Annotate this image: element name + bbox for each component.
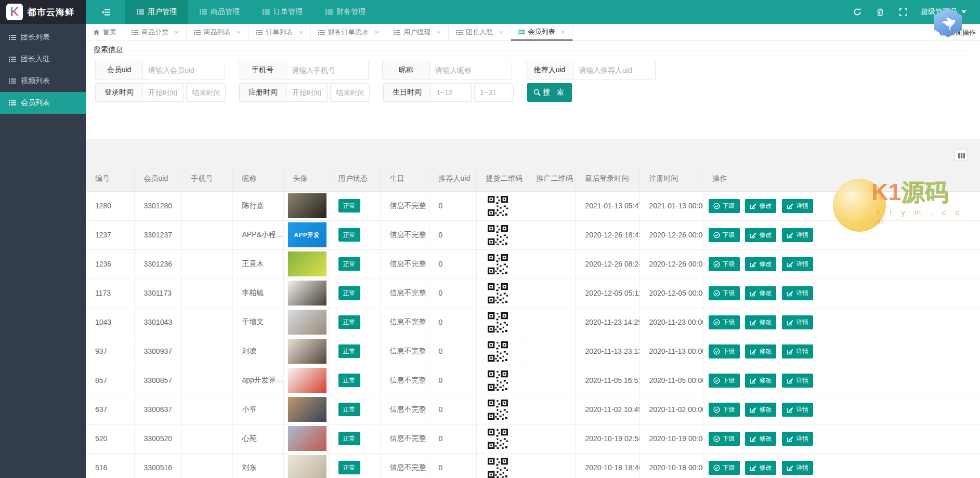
subordinate-button[interactable]: 下级 [709, 374, 740, 388]
cell-member-uid: 3300857 [134, 366, 181, 395]
range-start-input[interactable] [431, 83, 472, 102]
top-menu-item[interactable]: 用户管理 [125, 0, 188, 24]
tab-close-icon[interactable]: × [437, 29, 441, 36]
tab[interactable]: 财务订单流水 × [311, 24, 387, 41]
tab-close-icon[interactable]: × [237, 29, 241, 36]
fullscreen-icon [899, 8, 907, 16]
text-input[interactable] [573, 61, 656, 79]
tab-close-icon[interactable]: × [499, 29, 503, 36]
edit-button[interactable]: 修改 [745, 403, 776, 417]
tab[interactable]: 首页 [86, 24, 124, 41]
top-menu-item[interactable]: 财务管理 [314, 0, 377, 24]
edit-button[interactable]: 修改 [745, 315, 776, 329]
tab[interactable]: 团长入驻 × [449, 24, 511, 41]
range-start-input[interactable] [143, 83, 184, 102]
cell-referrer-uid: 0 [429, 424, 476, 453]
top-menu-item[interactable]: 订单管理 [251, 0, 314, 24]
detail-button[interactable]: 详情 [782, 315, 813, 329]
tab[interactable]: 商品列表 × [187, 24, 249, 41]
subordinate-button[interactable]: 下级 [709, 257, 740, 271]
edit-button[interactable]: 修改 [745, 374, 776, 388]
range-start-input[interactable] [287, 83, 328, 102]
detail-button[interactable]: 详情 [782, 257, 813, 271]
action-label: 下级 [723, 347, 735, 356]
detail-button[interactable]: 详情 [782, 461, 813, 475]
subordinate-button[interactable]: 下级 [709, 228, 740, 242]
refresh-button[interactable] [846, 0, 869, 24]
subordinate-button[interactable]: 下级 [709, 432, 740, 446]
tab[interactable]: 订单列表 × [249, 24, 311, 41]
detail-button[interactable]: 详情 [782, 432, 813, 446]
fullscreen-button[interactable] [892, 0, 914, 24]
sidebar-item[interactable]: 团长入驻 [0, 48, 86, 70]
tab-close-icon[interactable]: × [561, 28, 566, 36]
cell-register-time: 2020-12-26 00:00 [639, 249, 703, 278]
detail-button[interactable]: 详情 [782, 228, 813, 242]
edit-button[interactable]: 修改 [745, 344, 776, 358]
tab[interactable]: 用户提现 × [386, 24, 449, 41]
top-menu-label: 用户管理 [148, 7, 177, 17]
edit-button[interactable]: 修改 [745, 461, 776, 475]
table-row: 1237 3301237 APP&小程... APP开发 正常 信息不完整 0 [86, 220, 980, 249]
edit-button[interactable]: 修改 [745, 432, 776, 446]
subordinate-button[interactable]: 下级 [709, 286, 740, 300]
detail-button[interactable]: 详情 [782, 344, 813, 358]
top-menu-item[interactable]: 商品管理 [188, 0, 251, 24]
sidebar-item[interactable]: 会员列表 [0, 92, 86, 114]
cell-referrer-uid: 0 [429, 453, 476, 478]
sidebar: 团长列表 团长入驻 视频列表 会员列表 [0, 24, 86, 478]
edit-button[interactable]: 修改 [745, 228, 776, 242]
list-icon [394, 30, 400, 35]
range-end-input[interactable] [330, 83, 370, 102]
detail-button[interactable]: 详情 [782, 403, 813, 417]
cell-referrer-uid: 0 [429, 220, 476, 249]
toggle-columns-button[interactable] [955, 150, 968, 161]
table-row: 1280 3301280 陈行嘉 正常 信息不完整 0 [86, 191, 980, 220]
cell-register-time: 2020-11-02 00:00 [639, 395, 703, 424]
subordinate-button[interactable]: 下级 [709, 461, 740, 475]
column-header: 会员uid [134, 167, 181, 191]
text-input[interactable] [430, 61, 512, 79]
cell-phone [181, 424, 232, 453]
text-input[interactable] [286, 61, 369, 79]
edit-icon [787, 261, 793, 268]
edit-icon [750, 319, 756, 326]
subordinate-button[interactable]: 下级 [709, 315, 740, 329]
cell-member-uid: 3301237 [134, 220, 181, 249]
avatar-group-photo [288, 426, 326, 451]
sidebar-item[interactable]: 视频列表 [0, 70, 86, 92]
sidebar-item[interactable]: 团长列表 [0, 26, 86, 48]
cell-id: 857 [86, 366, 134, 395]
search-panel: 搜索信息 会员uid 手机号 昵称 推荐人uid 登录时间 注册时间 生日时间 … [86, 41, 980, 139]
edit-button[interactable]: 修改 [745, 257, 776, 271]
detail-button[interactable]: 详情 [782, 286, 813, 300]
cell-member-uid: 3300516 [134, 453, 181, 478]
tab-close-icon[interactable]: × [375, 29, 379, 36]
edit-button[interactable]: 修改 [745, 199, 776, 213]
sidebar-item-label: 团长入驻 [21, 55, 50, 64]
edit-button[interactable]: 修改 [745, 286, 776, 300]
tab[interactable]: 商品分类 × [124, 24, 187, 41]
detail-button[interactable]: 详情 [782, 199, 813, 213]
subordinate-button[interactable]: 下级 [709, 344, 740, 358]
clear-cache-button[interactable] [869, 0, 892, 24]
qr-code-image [486, 282, 509, 305]
action-label: 修改 [759, 347, 772, 356]
subordinate-button[interactable]: 下级 [709, 403, 740, 417]
tab-close-icon[interactable]: × [299, 29, 303, 36]
cell-pickup-qr [476, 453, 527, 478]
avatar-document-photo [288, 455, 326, 478]
cell-id: 516 [86, 453, 134, 478]
subordinate-button[interactable]: 下级 [709, 199, 740, 213]
tab[interactable]: 会员列表 × [511, 24, 573, 41]
tab-label: 团长入驻 [466, 28, 493, 37]
range-end-input[interactable] [474, 83, 514, 102]
detail-button[interactable]: 详情 [782, 374, 813, 388]
sidebar-collapse-button[interactable] [86, 0, 125, 24]
range-end-input[interactable] [186, 83, 226, 102]
tab-close-icon[interactable]: × [175, 29, 179, 36]
search-button[interactable]: 搜 索 [527, 83, 572, 102]
status-badge: 正常 [338, 344, 360, 358]
field-label: 手机号 [239, 61, 286, 79]
text-input[interactable] [143, 61, 225, 79]
